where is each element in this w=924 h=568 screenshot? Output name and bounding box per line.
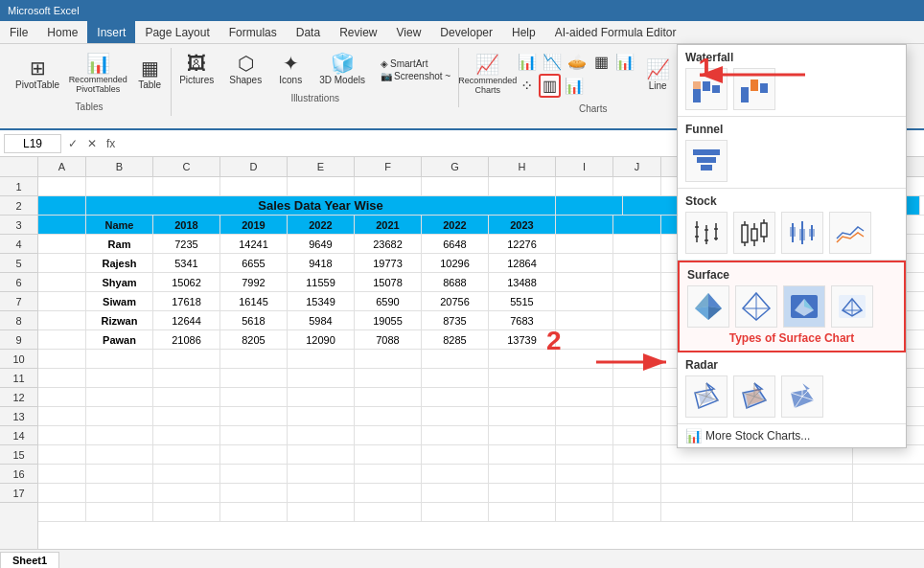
waterfall-chart-icon-2[interactable] [733, 68, 775, 110]
cell-i8[interactable] [556, 311, 613, 329]
cell-2019-pawan[interactable]: 8205 [220, 330, 288, 349]
pie-chart-button[interactable]: 🥧 [566, 52, 589, 72]
cell-j8[interactable] [613, 311, 661, 329]
cell-2023-ram[interactable]: 12276 [489, 235, 556, 253]
cell-2022b-rajesh[interactable]: 10296 [422, 254, 489, 272]
cell-2019-rizwan[interactable]: 5618 [220, 311, 288, 329]
cell-2022a-rizwan[interactable]: 5984 [288, 311, 355, 329]
row-header-6[interactable]: 6 [0, 273, 37, 292]
cell-2018-rizwan[interactable]: 12644 [153, 311, 220, 329]
scatter-chart-button[interactable]: ⁘ [516, 74, 537, 98]
cell-2022a-ram[interactable]: 9649 [288, 235, 355, 253]
cell-2022b-shyam[interactable]: 8688 [422, 273, 489, 291]
waterfall-chart-icon-1[interactable] [685, 68, 728, 110]
cell-header-2023[interactable]: 2023 [489, 216, 556, 234]
cell-i2[interactable] [623, 196, 681, 215]
cell-2018-siwam[interactable]: 17618 [153, 292, 220, 310]
cell-a8[interactable] [38, 311, 86, 329]
row-header-2[interactable]: 2 [0, 196, 37, 216]
cell-2018-ram[interactable]: 7235 [153, 235, 220, 253]
smartart-button[interactable]: ◈ SmartArt 📷 Screenshot ~ [375, 57, 456, 83]
combo-chart-button[interactable]: 📊 [563, 74, 586, 98]
col-header-b[interactable]: B [86, 157, 153, 176]
table-button[interactable]: ▦ Table [130, 57, 169, 92]
cell-2021-rajesh[interactable]: 19773 [355, 254, 422, 272]
3d-models-button[interactable]: 🧊 3D Models [313, 52, 371, 87]
row-header-7[interactable]: 7 [0, 292, 37, 311]
surface-chart-icon-1[interactable] [687, 285, 729, 328]
cell-j3[interactable] [613, 216, 661, 234]
cell-b1[interactable] [86, 177, 153, 195]
menu-developer[interactable]: Developer [430, 21, 502, 43]
icons-button[interactable]: ✦ Icons [271, 52, 310, 87]
cell-e1[interactable] [288, 177, 355, 195]
row-header-5[interactable]: 5 [0, 254, 37, 273]
row-header-12[interactable]: 12 [0, 388, 37, 407]
radar-chart-icon-1[interactable] [685, 375, 728, 418]
cell-i5[interactable] [556, 254, 613, 272]
hierarchy-chart-button[interactable]: ▦ [590, 52, 612, 72]
menu-file[interactable]: File [0, 21, 37, 43]
cell-header-2018[interactable]: 2018 [153, 216, 220, 234]
cell-name-shyam[interactable]: Shyam [86, 273, 153, 291]
cell-i4[interactable] [556, 235, 613, 253]
stock-chart-icon-1[interactable] [685, 212, 728, 254]
cell-h2[interactable] [556, 196, 623, 215]
cell-a9[interactable] [38, 330, 86, 349]
stock-chart-icon-2[interactable] [733, 212, 775, 254]
surface-chart-icon-4[interactable] [831, 285, 873, 328]
cell-name-siwam[interactable]: Siwam [86, 292, 153, 310]
cell-2023-rajesh[interactable]: 12864 [489, 254, 556, 272]
cell-2021-ram[interactable]: 23682 [355, 235, 422, 253]
cell-2019-ram[interactable]: 14241 [220, 235, 288, 253]
row-header-4[interactable]: 4 [0, 235, 37, 254]
cell-2019-rajesh[interactable]: 6655 [220, 254, 288, 272]
cell-reference-input[interactable] [4, 134, 61, 153]
cell-header-2022a[interactable]: 2022 [288, 216, 355, 234]
col-header-d[interactable]: D [220, 157, 288, 176]
row-header-1[interactable]: 1 [0, 177, 37, 196]
cell-2022b-ram[interactable]: 6648 [422, 235, 489, 253]
cell-a6[interactable] [38, 273, 86, 291]
cell-2019-siwam[interactable]: 16145 [220, 292, 288, 310]
cell-2022a-rajesh[interactable]: 9418 [288, 254, 355, 272]
stock-chart-icon-3[interactable] [781, 212, 823, 254]
radar-chart-icon-2[interactable] [733, 375, 775, 418]
recommended-charts-button[interactable]: 📈 Recommended Charts [461, 53, 514, 97]
menu-insert[interactable]: Insert [87, 21, 135, 43]
cell-i3[interactable] [556, 216, 613, 234]
menu-formulas[interactable]: Formulas [219, 21, 287, 43]
cell-2022a-shyam[interactable]: 11559 [288, 273, 355, 291]
cell-2023-rizwan[interactable]: 7683 [489, 311, 556, 329]
cell-2023-shyam[interactable]: 13488 [489, 273, 556, 291]
cell-a11[interactable] [38, 369, 86, 387]
col-header-j[interactable]: J [613, 157, 661, 176]
col-header-g[interactable]: G [422, 157, 489, 176]
col-header-c[interactable]: C [153, 157, 220, 176]
col-header-a[interactable]: A [38, 157, 86, 176]
row-header-3[interactable]: 3 [0, 216, 37, 235]
cell-header-2021[interactable]: 2021 [355, 216, 422, 234]
cell-j7[interactable] [613, 292, 661, 310]
cell-2022b-pawan[interactable]: 8285 [422, 330, 489, 349]
row-header-10[interactable]: 10 [0, 350, 37, 369]
cell-c1[interactable] [153, 177, 220, 195]
row-header-16[interactable]: 16 [0, 465, 37, 484]
cell-j9[interactable] [613, 330, 661, 349]
pivot-table-button[interactable]: ⊞ PivotTable [10, 57, 65, 92]
cell-a10[interactable] [38, 350, 86, 368]
cell-2018-rajesh[interactable]: 5341 [153, 254, 220, 272]
cell-2021-siwam[interactable]: 6590 [355, 292, 422, 310]
menu-data[interactable]: Data [287, 21, 330, 43]
cell-i1[interactable] [556, 177, 613, 195]
row-header-8[interactable]: 8 [0, 311, 37, 330]
cell-i7[interactable] [556, 292, 613, 310]
row-header-14[interactable]: 14 [0, 426, 37, 445]
cell-j4[interactable] [613, 235, 661, 253]
stock-chart-icon-4[interactable] [829, 212, 871, 254]
cell-a7[interactable] [38, 292, 86, 310]
cell-2018-pawan[interactable]: 21086 [153, 330, 220, 349]
cell-2022b-rizwan[interactable]: 8735 [422, 311, 489, 329]
radar-chart-icon-3[interactable] [781, 375, 823, 418]
sheet-tab-sheet1[interactable]: Sheet1 [0, 552, 59, 568]
